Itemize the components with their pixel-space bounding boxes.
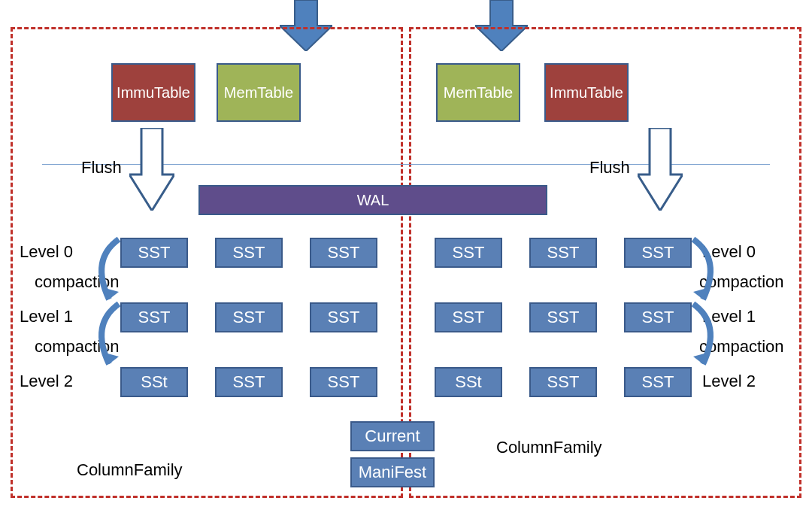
- sst-label: SST: [233, 373, 265, 391]
- sst-label: SST: [642, 308, 674, 326]
- sst-label: SST: [453, 308, 485, 326]
- immutable-box-right: ImmuTable: [544, 63, 629, 122]
- manifest-box: ManiFest: [350, 457, 435, 487]
- sst-label: SST: [642, 244, 674, 262]
- flush-label-right: Flush: [589, 158, 630, 178]
- sst-left-0-2: SST: [310, 238, 377, 268]
- immutable-label: ImmuTable: [117, 84, 190, 101]
- memtable-box-right: MemTable: [436, 63, 520, 122]
- sst-right-2-1: SST: [529, 367, 597, 397]
- wal-box: WAL: [198, 185, 547, 215]
- sst-label: SST: [328, 244, 360, 262]
- sst-right-1-2: SST: [624, 302, 692, 332]
- level2-label-left: Level 2: [20, 372, 73, 391]
- diagram-canvas: ImmuTable MemTable MemTable ImmuTable Fl…: [0, 0, 812, 513]
- svg-marker-3: [638, 128, 683, 211]
- current-box: Current: [350, 421, 435, 451]
- sst-right-1-1: SST: [529, 302, 597, 332]
- memtable-box-left: MemTable: [217, 63, 301, 122]
- immutable-label: ImmuTable: [550, 84, 623, 101]
- compaction-arrow-left-1: [83, 298, 128, 373]
- sst-right-2-2: SST: [624, 367, 692, 397]
- sst-left-1-2: SST: [310, 302, 377, 332]
- sst-label: SSt: [455, 373, 481, 391]
- sst-label: SST: [138, 308, 171, 326]
- columnfamily-label-right: ColumnFamily: [496, 438, 602, 457]
- sst-left-0-1: SST: [215, 238, 283, 268]
- compaction-arrow-left-0: [83, 233, 128, 308]
- sst-right-2-0: SSt: [435, 367, 502, 397]
- compaction-arrow-right-0: [684, 233, 729, 308]
- sst-label: SSt: [141, 373, 167, 391]
- sst-right-1-0: SST: [435, 302, 502, 332]
- sst-label: SST: [642, 373, 674, 391]
- sst-left-1-1: SST: [215, 302, 283, 332]
- manifest-label: ManiFest: [359, 463, 426, 481]
- sst-right-0-2: SST: [624, 238, 692, 268]
- sst-label: SST: [328, 308, 360, 326]
- svg-marker-2: [129, 128, 174, 211]
- sst-right-0-1: SST: [529, 238, 597, 268]
- sst-left-2-0: SSt: [120, 367, 188, 397]
- flush-arrow-right: [638, 128, 683, 211]
- flush-arrow-left: [129, 128, 174, 211]
- sst-label: SST: [328, 373, 360, 391]
- sst-label: SST: [138, 244, 171, 262]
- level2-label-right: Level 2: [702, 372, 756, 391]
- flush-label-left: Flush: [81, 158, 122, 178]
- sst-label: SST: [453, 244, 485, 262]
- sst-label: SST: [547, 373, 580, 391]
- sst-label: SST: [547, 308, 580, 326]
- memtable-label: MemTable: [444, 84, 513, 101]
- current-label: Current: [365, 427, 420, 445]
- sst-left-2-1: SST: [215, 367, 283, 397]
- immutable-box-left: ImmuTable: [111, 63, 195, 122]
- sst-label: SST: [233, 244, 265, 262]
- sst-left-2-2: SST: [310, 367, 377, 397]
- memtable-label: MemTable: [224, 84, 293, 101]
- level0-label-left: Level 0: [20, 242, 73, 262]
- sst-label: SST: [233, 308, 265, 326]
- sst-left-1-0: SST: [120, 302, 188, 332]
- compaction-arrow-right-1: [684, 298, 729, 373]
- level1-label-left: Level 1: [20, 307, 73, 326]
- sst-label: SST: [547, 244, 580, 262]
- wal-label: WAL: [357, 192, 389, 208]
- sst-right-0-0: SST: [435, 238, 502, 268]
- sst-left-0-0: SST: [120, 238, 188, 268]
- columnfamily-label-left: ColumnFamily: [77, 460, 183, 480]
